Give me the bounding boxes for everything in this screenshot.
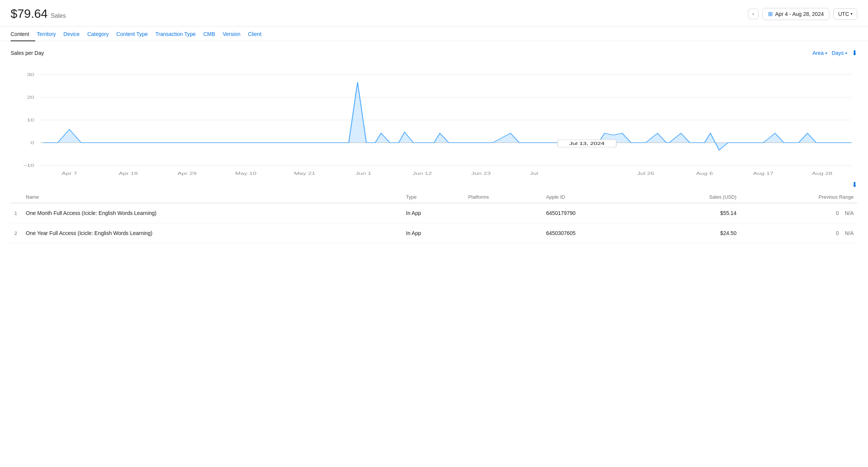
header-controls: ‹ ⊞ Apr 4 - Aug 28, 2024 UTC ▾ xyxy=(748,8,857,20)
svg-text:Jul 26: Jul 26 xyxy=(637,171,654,176)
tab-device[interactable]: Device xyxy=(64,26,86,41)
col-header-name: Name xyxy=(22,191,402,203)
data-table: Name Type Platforms Apple ID Sales (USD)… xyxy=(11,191,857,243)
tab-territory[interactable]: Territory xyxy=(37,26,62,41)
page-header: $79.64 Sales ‹ ⊞ Apr 4 - Aug 28, 2024 UT… xyxy=(0,0,868,26)
tab-content[interactable]: Content xyxy=(11,26,35,41)
svg-text:Apr 18: Apr 18 xyxy=(119,171,137,176)
tab-version[interactable]: Version xyxy=(223,26,247,41)
tab-list: Content Territory Device Category Conten… xyxy=(11,26,857,41)
table-download-row: ⬇ xyxy=(11,181,857,189)
row-num-1: 1 xyxy=(11,203,22,223)
timezone-button[interactable]: UTC ▾ xyxy=(833,8,857,20)
table-row: 2 One Year Full Access (Icicle: English … xyxy=(11,223,857,243)
col-header-sales-usd: Sales (USD) xyxy=(644,191,740,203)
col-header-type: Type xyxy=(402,191,464,203)
tab-client[interactable]: Client xyxy=(248,26,268,41)
row-num-2: 2 xyxy=(11,223,22,243)
sales-label: Sales xyxy=(51,12,66,19)
row-1-sales-usd: $55.14 xyxy=(644,203,740,223)
col-header-num xyxy=(11,191,22,203)
svg-text:Aug 6: Aug 6 xyxy=(696,171,713,176)
table-section: ⬇ Name Type Platforms Apple ID Sales (US… xyxy=(0,177,868,251)
tab-cmb[interactable]: CMB xyxy=(203,26,221,41)
svg-text:Jun 23: Jun 23 xyxy=(471,171,491,176)
tab-content-type[interactable]: Content Type xyxy=(116,26,154,41)
chart-type-chevron-icon: ▾ xyxy=(825,51,827,55)
col-header-previous-range: Previous Range xyxy=(740,191,857,203)
timezone-label: UTC xyxy=(838,11,849,17)
svg-text:Apr 7: Apr 7 xyxy=(62,171,77,176)
svg-text:30: 30 xyxy=(27,72,34,77)
row-1-apple-id: 6450179790 xyxy=(542,203,644,223)
chart-controls: Area ▾ Days ▾ ⬇ xyxy=(813,49,857,57)
row-2-type: In App xyxy=(402,223,464,243)
calendar-icon: ⊞ xyxy=(768,11,773,17)
chart-download-icon[interactable]: ⬇ xyxy=(852,49,857,57)
col-header-apple-id: Apple ID xyxy=(542,191,644,203)
chart-type-button[interactable]: Area ▾ xyxy=(813,50,827,56)
col-header-platforms: Platforms xyxy=(464,191,542,203)
sales-amount: $79.64 xyxy=(11,7,48,21)
svg-text:−10: −10 xyxy=(23,163,34,168)
svg-text:10: 10 xyxy=(27,118,34,122)
svg-text:0: 0 xyxy=(31,140,34,145)
row-2-name: One Year Full Access (Icicle: English Wo… xyxy=(22,223,402,243)
tab-transaction-type[interactable]: Transaction Type xyxy=(155,26,202,41)
row-2-sales-usd: $24.50 xyxy=(644,223,740,243)
table-row: 1 One Month Full Access (Icicle: English… xyxy=(11,203,857,223)
chart-period-chevron-icon: ▾ xyxy=(845,51,847,55)
date-range-label: Apr 4 - Aug 28, 2024 xyxy=(775,11,824,17)
table-download-icon[interactable]: ⬇ xyxy=(852,181,857,189)
chart-area: 30 20 10 0 −10 Apr 7 Apr 18 Apr 29 May 1… xyxy=(11,63,857,177)
svg-text:Jul 13, 2024: Jul 13, 2024 xyxy=(569,141,604,146)
svg-text:Aug 17: Aug 17 xyxy=(753,171,773,176)
row-1-name: One Month Full Access (Icicle: English W… xyxy=(22,203,402,223)
chart-header: Sales per Day Area ▾ Days ▾ ⬇ xyxy=(11,49,857,57)
svg-text:May 10: May 10 xyxy=(235,171,256,176)
svg-text:Aug 28: Aug 28 xyxy=(812,171,832,176)
sales-summary: $79.64 Sales xyxy=(11,7,66,21)
tabs-section: Content Territory Device Category Conten… xyxy=(0,26,868,41)
row-1-platforms xyxy=(464,203,542,223)
chart-section: Sales per Day Area ▾ Days ▾ ⬇ 30 20 10 xyxy=(0,41,868,177)
date-range-picker-button[interactable]: ⊞ Apr 4 - Aug 28, 2024 xyxy=(762,8,829,20)
date-nav-prev-button[interactable]: ‹ xyxy=(748,9,759,19)
chart-svg: 30 20 10 0 −10 Apr 7 Apr 18 Apr 29 May 1… xyxy=(11,63,857,177)
svg-text:Jul: Jul xyxy=(530,171,538,176)
chart-type-label: Area xyxy=(813,50,824,56)
row-2-apple-id: 6450307605 xyxy=(542,223,644,243)
timezone-chevron-icon: ▾ xyxy=(851,12,852,16)
row-2-previous-range: 0 N/A xyxy=(740,223,857,243)
tab-category[interactable]: Category xyxy=(87,26,115,41)
table-header-row: Name Type Platforms Apple ID Sales (USD)… xyxy=(11,191,857,203)
svg-text:20: 20 xyxy=(27,95,34,100)
row-1-type: In App xyxy=(402,203,464,223)
svg-text:May 21: May 21 xyxy=(294,171,315,176)
svg-text:Apr 29: Apr 29 xyxy=(178,171,197,176)
svg-text:Jun 12: Jun 12 xyxy=(412,171,432,176)
svg-text:Jun 1: Jun 1 xyxy=(356,171,372,176)
chart-title: Sales per Day xyxy=(11,50,44,56)
chart-period-button[interactable]: Days ▾ xyxy=(832,50,847,56)
row-2-platforms xyxy=(464,223,542,243)
chart-period-label: Days xyxy=(832,50,844,56)
row-1-previous-range: 0 N/A xyxy=(740,203,857,223)
